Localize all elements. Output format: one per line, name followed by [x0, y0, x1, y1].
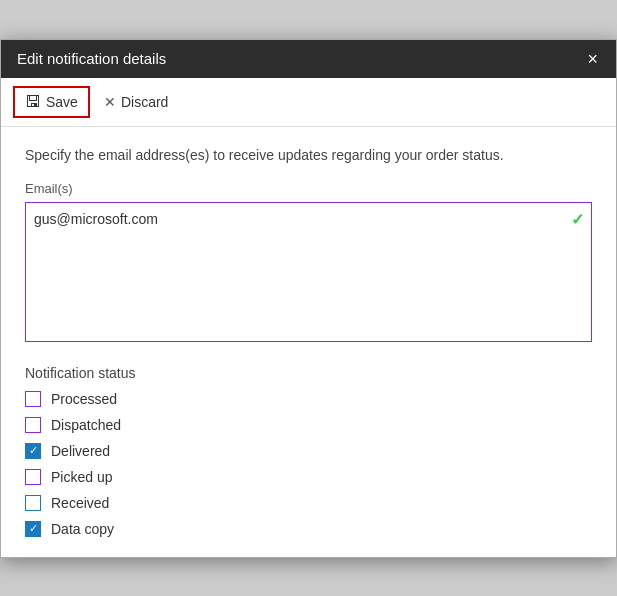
checkbox-item-delivered: ✓ Delivered — [25, 443, 592, 459]
checkbox-item-processed: Processed — [25, 391, 592, 407]
notification-status-label: Notification status — [25, 365, 592, 381]
save-icon: 🖫 — [25, 93, 41, 111]
email-valid-icon: ✓ — [571, 210, 584, 229]
discard-label: Discard — [121, 94, 168, 110]
edit-notification-dialog: Edit notification details × 🖫 Save ✕ Dis… — [0, 39, 617, 558]
toolbar: 🖫 Save ✕ Discard — [1, 78, 616, 127]
email-field-wrapper: gus@microsoft.com ✓ — [25, 202, 592, 345]
checkbox-item-dispatched: Dispatched — [25, 417, 592, 433]
checkmark-icon: ✓ — [29, 445, 38, 456]
checkbox-list: Processed Dispatched ✓ Delivered Picked … — [25, 391, 592, 537]
checkbox-data-copy[interactable]: ✓ — [25, 521, 41, 537]
checkbox-label-dispatched: Dispatched — [51, 417, 121, 433]
checkbox-label-data-copy: Data copy — [51, 521, 114, 537]
dialog-header: Edit notification details × — [1, 40, 616, 78]
close-button[interactable]: × — [585, 50, 600, 68]
discard-icon: ✕ — [104, 94, 116, 110]
checkbox-label-delivered: Delivered — [51, 443, 110, 459]
checkbox-delivered[interactable]: ✓ — [25, 443, 41, 459]
dialog-body: Specify the email address(es) to receive… — [1, 127, 616, 557]
email-field-label: Email(s) — [25, 181, 592, 196]
save-label: Save — [46, 94, 78, 110]
discard-button[interactable]: ✕ Discard — [94, 89, 178, 115]
checkbox-item-received: Received — [25, 495, 592, 511]
save-button[interactable]: 🖫 Save — [13, 86, 90, 118]
checkbox-item-data-copy: ✓ Data copy — [25, 521, 592, 537]
dialog-title: Edit notification details — [17, 50, 166, 67]
description-text: Specify the email address(es) to receive… — [25, 147, 592, 163]
checkmark-icon-copy: ✓ — [29, 523, 38, 534]
checkbox-item-picked-up: Picked up — [25, 469, 592, 485]
checkbox-label-picked-up: Picked up — [51, 469, 112, 485]
email-textarea[interactable]: gus@microsoft.com — [25, 202, 592, 342]
checkbox-processed[interactable] — [25, 391, 41, 407]
checkbox-received[interactable] — [25, 495, 41, 511]
checkbox-label-received: Received — [51, 495, 109, 511]
checkbox-label-processed: Processed — [51, 391, 117, 407]
checkbox-picked-up[interactable] — [25, 469, 41, 485]
checkbox-dispatched[interactable] — [25, 417, 41, 433]
